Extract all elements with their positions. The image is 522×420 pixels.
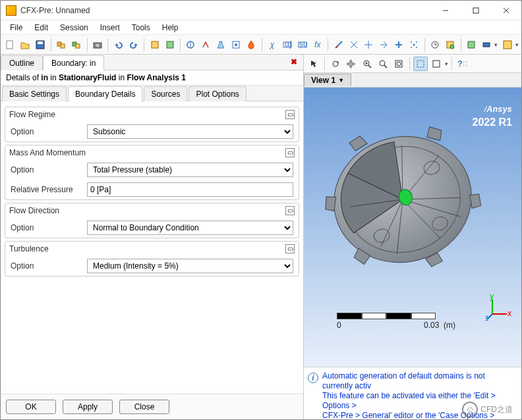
collapse-icon[interactable]: ▭ bbox=[285, 110, 295, 119]
subtab-basic-settings[interactable]: Basic Settings bbox=[2, 86, 67, 101]
close-tab-icon[interactable]: ✖ bbox=[289, 57, 299, 68]
collapse-icon[interactable]: ▭ bbox=[285, 244, 295, 253]
scale-zero: 0 bbox=[337, 321, 341, 330]
select-mode-icon[interactable] bbox=[413, 57, 428, 71]
close-window-button[interactable] bbox=[491, 1, 521, 20]
group-title: Flow Direction bbox=[9, 206, 59, 215]
ok-button[interactable]: OK bbox=[6, 400, 56, 414]
chi-icon[interactable]: χ bbox=[266, 38, 279, 52]
main-toolbar: χ αβ sub fx ▾ ▾ bbox=[1, 35, 521, 55]
toolbar-icon-8[interactable]: αβ bbox=[280, 38, 294, 52]
toolbar-icon-9[interactable]: sub bbox=[295, 38, 309, 52]
camera-icon[interactable] bbox=[91, 38, 105, 52]
plus-icon[interactable] bbox=[392, 38, 406, 52]
rotate-icon[interactable] bbox=[328, 57, 343, 71]
toolbar-icon-14[interactable] bbox=[407, 38, 421, 52]
svg-rect-1 bbox=[473, 8, 478, 13]
save-icon[interactable] bbox=[34, 38, 47, 52]
mass-momentum-option-select[interactable]: Total Pressure (stable) bbox=[87, 163, 293, 177]
toolbar-icon-11[interactable] bbox=[347, 38, 361, 52]
group-turbulence: Turbulence ▭ Option Medium (Intensity = … bbox=[5, 241, 299, 276]
menu-help[interactable]: Help bbox=[157, 22, 184, 34]
sub-tab-bar: Basic Settings Boundary Details Sources … bbox=[1, 86, 303, 101]
svg-point-32 bbox=[411, 41, 412, 43]
subtab-boundary-details[interactable]: Boundary Details bbox=[68, 86, 142, 101]
scale-end: 0.03 bbox=[424, 321, 439, 330]
relative-pressure-input[interactable] bbox=[87, 182, 293, 197]
svg-point-12 bbox=[96, 43, 99, 47]
fit-icon[interactable] bbox=[392, 57, 406, 71]
flow-direction-option-select[interactable]: Normal to Boundary Condition bbox=[87, 221, 293, 235]
details-domain: StationaryFluid bbox=[59, 73, 116, 82]
view-mode-icon[interactable] bbox=[429, 57, 444, 71]
toolbar-icon-6[interactable] bbox=[199, 38, 213, 52]
toolbar-icon-13[interactable] bbox=[377, 38, 391, 52]
close-button[interactable]: Close bbox=[119, 400, 169, 414]
details-prefix: Details of bbox=[6, 73, 41, 82]
toolbar-icon-4[interactable] bbox=[163, 38, 177, 52]
toolbar-icon-3[interactable] bbox=[148, 38, 161, 52]
toolbar-icon-1[interactable] bbox=[55, 38, 69, 52]
main-tab-bar: Outline Boundary: in ✖ bbox=[1, 55, 303, 70]
apply-button[interactable]: Apply bbox=[63, 400, 113, 414]
button-row: OK Apply Close bbox=[1, 394, 303, 419]
mesh-geometry bbox=[317, 114, 488, 285]
subtab-sources[interactable]: Sources bbox=[144, 86, 187, 101]
scale-unit: (m) bbox=[444, 321, 455, 330]
tab-boundary-in[interactable]: Boundary: in bbox=[43, 55, 104, 70]
menu-insert[interactable]: Insert bbox=[95, 22, 125, 34]
zoom-in-icon[interactable] bbox=[360, 57, 374, 71]
flask-icon[interactable] bbox=[214, 38, 228, 52]
clock-icon[interactable] bbox=[428, 38, 442, 52]
open-icon[interactable] bbox=[18, 38, 32, 52]
toolbar-icon-12[interactable] bbox=[362, 38, 376, 52]
group-title: Turbulence bbox=[9, 244, 49, 253]
maximize-button[interactable] bbox=[461, 1, 491, 20]
svg-point-52 bbox=[397, 62, 401, 66]
new-icon[interactable] bbox=[3, 38, 17, 52]
menu-tools[interactable]: Tools bbox=[127, 22, 156, 34]
svg-line-50 bbox=[384, 65, 387, 68]
viewport-panel: ▾ ?⬚ View 1 ▼ /Ansys 2022 R1 bbox=[304, 55, 521, 419]
toolbar-icon-15[interactable] bbox=[444, 38, 457, 52]
dropdown-icon[interactable]: ▼ bbox=[338, 77, 344, 84]
view-tab-1[interactable]: View 1 ▼ bbox=[304, 74, 351, 86]
turbulence-option-select[interactable]: Medium (Intensity = 5%) bbox=[87, 259, 293, 273]
flame-icon[interactable] bbox=[245, 38, 258, 52]
label-option: Option bbox=[11, 165, 83, 174]
toolbar-icon-7[interactable] bbox=[229, 38, 243, 52]
toolbar-icon-2[interactable] bbox=[70, 38, 84, 52]
pan-icon[interactable] bbox=[344, 57, 359, 71]
app-icon bbox=[6, 5, 16, 16]
view-tab-bar: View 1 ▼ bbox=[304, 73, 521, 88]
subtab-plot-options[interactable]: Plot Options bbox=[188, 86, 246, 101]
svg-point-44 bbox=[333, 61, 338, 66]
message-line: Automatic generation of default domains … bbox=[322, 371, 516, 391]
svg-rect-13 bbox=[152, 41, 158, 48]
axis-triad: y x z bbox=[486, 294, 512, 321]
tab-outline[interactable]: Outline bbox=[1, 55, 43, 70]
menu-edit[interactable]: Edit bbox=[29, 22, 53, 34]
svg-rect-10 bbox=[76, 44, 80, 48]
info-icon: i bbox=[308, 373, 318, 383]
toolbar-icon-18[interactable] bbox=[500, 38, 514, 52]
menu-file[interactable]: File bbox=[5, 22, 28, 34]
svg-point-34 bbox=[411, 47, 412, 48]
toolbar-icon-10[interactable] bbox=[332, 38, 345, 52]
svg-rect-41 bbox=[468, 41, 475, 48]
redo-icon[interactable] bbox=[127, 38, 140, 52]
cursor-icon[interactable] bbox=[306, 57, 321, 71]
fx-icon[interactable]: fx bbox=[310, 38, 324, 52]
undo-icon[interactable] bbox=[111, 38, 125, 52]
3d-viewport[interactable]: /Ansys 2022 R1 bbox=[304, 88, 521, 367]
menu-session[interactable]: Session bbox=[55, 22, 94, 34]
toolbar-icon-17[interactable] bbox=[479, 38, 493, 52]
flow-regime-option-select[interactable]: Subsonic bbox=[87, 124, 293, 139]
help-icon[interactable]: ?⬚ bbox=[455, 57, 470, 71]
minimize-button[interactable] bbox=[430, 1, 461, 20]
collapse-icon[interactable]: ▭ bbox=[285, 148, 295, 157]
toolbar-icon-16[interactable] bbox=[464, 38, 478, 52]
toolbar-icon-5[interactable] bbox=[184, 38, 198, 52]
zoom-box-icon[interactable] bbox=[376, 57, 390, 71]
collapse-icon[interactable]: ▭ bbox=[285, 206, 295, 215]
